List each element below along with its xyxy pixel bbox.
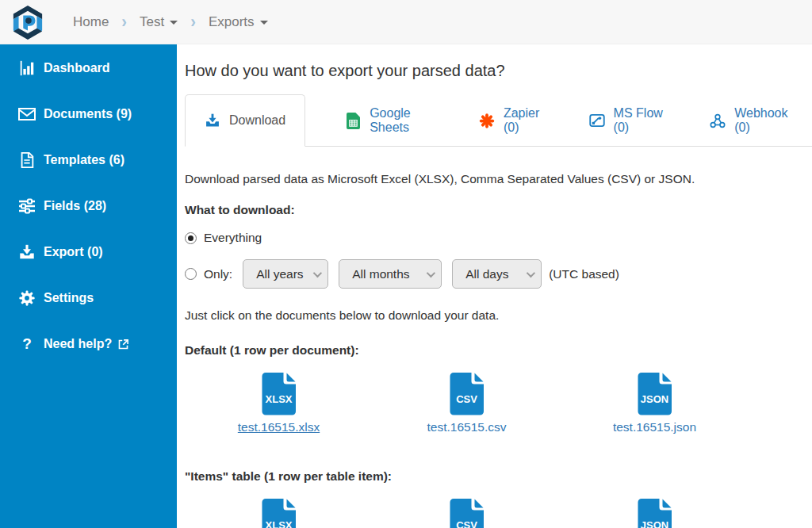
only-radio-label[interactable]: Only: bbox=[204, 267, 232, 281]
tab-download[interactable]: Download bbox=[185, 94, 305, 147]
webhook-icon bbox=[710, 113, 726, 128]
files-row: XLSX test.16515.xlsx CSV test.16515.csv … bbox=[185, 371, 749, 434]
sidebar-item-settings[interactable]: Settings bbox=[0, 275, 177, 321]
xlsx-file-icon[interactable]: XLSX bbox=[259, 497, 299, 528]
main-content: How do you want to export your parsed da… bbox=[177, 44, 812, 528]
breadcrumb-separator-icon: › bbox=[190, 12, 196, 32]
file-type-badge: XLSX bbox=[259, 519, 299, 528]
sidebar-item-documents[interactable]: Documents (9) bbox=[0, 91, 177, 137]
app-logo[interactable] bbox=[0, 4, 56, 40]
page-title: How do you want to export your parsed da… bbox=[185, 62, 812, 80]
tab-label: Download bbox=[229, 113, 285, 128]
chevron-down-icon bbox=[527, 268, 535, 277]
section-heading: Default (1 row per document): bbox=[185, 343, 812, 358]
envelope-icon bbox=[17, 105, 36, 124]
sidebar-item-label: Documents (9) bbox=[44, 107, 132, 121]
file-download-link[interactable]: test.16515.xlsx bbox=[238, 420, 320, 434]
csv-file-icon[interactable]: CSV bbox=[447, 497, 487, 528]
file-type-badge: CSV bbox=[447, 519, 487, 528]
file-download-link[interactable]: test.16515.json bbox=[613, 420, 696, 434]
tab-webhook[interactable]: Webhook (0) bbox=[688, 94, 812, 147]
gear-icon bbox=[17, 289, 36, 308]
file-cell-xlsx: XLSX Items.xlsx bbox=[185, 497, 373, 528]
docparser-logo-icon bbox=[11, 4, 44, 40]
sidebar: Dashboard Documents (9) Templates (6) Fi… bbox=[0, 44, 177, 528]
days-select[interactable]: All days bbox=[452, 259, 542, 289]
google-sheets-icon bbox=[345, 113, 361, 128]
sidebar-item-label: Need help? bbox=[44, 337, 112, 351]
file-download-link[interactable]: test.16515.csv bbox=[427, 420, 507, 434]
sidebar-item-label: Settings bbox=[44, 291, 94, 305]
tab-google-sheets[interactable]: Google Sheets bbox=[323, 94, 457, 147]
csv-file-icon[interactable]: CSV bbox=[447, 371, 487, 415]
chevron-down-icon bbox=[260, 21, 268, 25]
zapier-icon bbox=[479, 113, 495, 128]
sidebar-item-templates[interactable]: Templates (6) bbox=[0, 137, 177, 183]
external-link-icon bbox=[117, 339, 129, 350]
months-select[interactable]: All months bbox=[339, 259, 442, 289]
sidebar-item-dashboard[interactable]: Dashboard bbox=[0, 45, 177, 91]
only-radio[interactable] bbox=[185, 268, 197, 280]
tab-ms-flow[interactable]: MS Flow (0) bbox=[567, 94, 688, 147]
breadcrumb-home[interactable]: Home bbox=[73, 14, 109, 30]
sidebar-item-label: Dashboard bbox=[44, 61, 110, 75]
question-icon: ? bbox=[17, 335, 36, 354]
download-icon bbox=[17, 243, 36, 262]
sidebar-item-need-help[interactable]: ? Need help? bbox=[0, 321, 177, 367]
default-files-section: Default (1 row per document): XLSX test.… bbox=[185, 343, 812, 434]
items-files-section: "Items" table (1 row per table item): XL… bbox=[185, 469, 812, 528]
file-type-badge: CSV bbox=[447, 393, 487, 405]
sliders-icon bbox=[17, 197, 36, 216]
sidebar-nav: Dashboard Documents (9) Templates (6) Fi… bbox=[0, 44, 177, 367]
breadcrumb-separator-icon: › bbox=[121, 12, 127, 32]
years-select[interactable]: All years bbox=[243, 259, 328, 289]
download-tab-content: Download parsed data as Microsoft Excel … bbox=[185, 147, 812, 528]
json-file-icon[interactable]: JSON bbox=[635, 371, 675, 415]
breadcrumb-exports[interactable]: Exports bbox=[209, 14, 268, 30]
export-tabs: Download Google Sheets Zap bbox=[185, 94, 812, 147]
radio-row-everything: Everything bbox=[185, 231, 812, 245]
bar-chart-icon bbox=[17, 59, 36, 78]
tab-label: MS Flow (0) bbox=[614, 106, 666, 135]
chevron-down-icon bbox=[313, 268, 322, 277]
file-cell-xlsx: XLSX test.16515.xlsx bbox=[185, 371, 373, 434]
sidebar-item-export[interactable]: Export (0) bbox=[0, 229, 177, 275]
section-heading: "Items" table (1 row per table item): bbox=[185, 469, 812, 484]
months-select-value: All months bbox=[352, 267, 409, 281]
breadcrumb: Home › Test › Exports bbox=[73, 13, 268, 31]
file-cell-csv: CSV test.16515.csv bbox=[373, 371, 561, 434]
file-cell-json: JSON test.16515.json bbox=[561, 371, 749, 434]
sidebar-item-label: Templates (6) bbox=[44, 153, 124, 167]
years-select-value: All years bbox=[256, 267, 303, 281]
chevron-down-icon bbox=[170, 21, 178, 25]
tab-label: Google Sheets bbox=[370, 106, 435, 135]
breadcrumb-test[interactable]: Test bbox=[140, 14, 178, 30]
what-to-download-label: What to download: bbox=[185, 203, 812, 217]
sidebar-item-fields[interactable]: Fields (28) bbox=[0, 183, 177, 229]
xlsx-file-icon[interactable]: XLSX bbox=[259, 371, 299, 415]
everything-radio[interactable] bbox=[185, 232, 197, 244]
sidebar-item-label: Fields (28) bbox=[44, 199, 106, 213]
click-hint-text: Just click on the documents below to dow… bbox=[185, 308, 812, 323]
file-cell-json: JSON Items.json bbox=[561, 497, 749, 528]
topbar: Home › Test › Exports bbox=[0, 0, 812, 44]
json-file-icon[interactable]: JSON bbox=[635, 497, 675, 528]
file-type-badge: JSON bbox=[635, 393, 675, 405]
tab-label: Webhook (0) bbox=[734, 106, 790, 135]
everything-radio-label[interactable]: Everything bbox=[204, 231, 262, 245]
ms-flow-icon bbox=[589, 113, 605, 128]
file-type-badge: XLSX bbox=[259, 393, 299, 405]
sidebar-item-label: Export (0) bbox=[44, 245, 103, 259]
days-select-value: All days bbox=[465, 267, 508, 281]
utc-note: (UTC based) bbox=[549, 267, 619, 281]
breadcrumb-exports-label: Exports bbox=[209, 14, 255, 30]
file-cell-csv: CSV Items.csv bbox=[373, 497, 561, 528]
file-type-badge: JSON bbox=[635, 519, 675, 528]
download-icon bbox=[205, 113, 220, 128]
radio-row-only: Only: All years All months All days (UTC… bbox=[185, 259, 812, 289]
intro-text: Download parsed data as Microsoft Excel … bbox=[185, 172, 812, 186]
tab-label: Zapier (0) bbox=[504, 106, 545, 135]
breadcrumb-test-label: Test bbox=[140, 14, 164, 30]
files-row: XLSX Items.xlsx CSV Items.csv JSON bbox=[185, 497, 749, 528]
tab-zapier[interactable]: Zapier (0) bbox=[457, 94, 567, 147]
